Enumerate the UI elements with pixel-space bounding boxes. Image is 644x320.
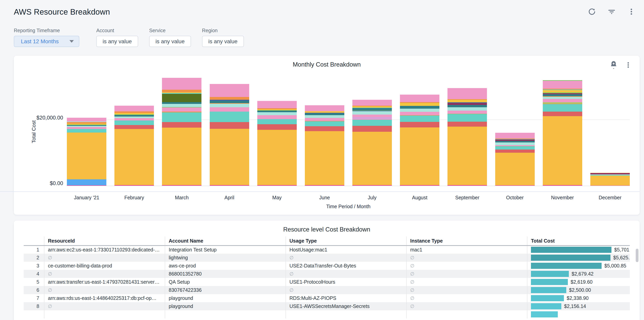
bar-segment [162, 104, 202, 107]
cell-total-cost: $5,701.99 [527, 245, 630, 254]
bar-segment [400, 127, 440, 185]
plot-region: $20,000.00 $0.00 January '21FebruaryMarc… [34, 77, 630, 209]
null-value-icon: ∅ [410, 295, 414, 301]
cost-value: $2,156.14 [564, 303, 586, 309]
column-header-account-name[interactable]: Account Name [165, 236, 286, 245]
bar-segment [162, 90, 202, 92]
bar-june[interactable] [305, 77, 344, 186]
alert-bell-button[interactable] [609, 61, 618, 70]
chart-title: Monthly Cost Breakdown [24, 61, 630, 68]
filter-button[interactable] [607, 7, 616, 17]
bar-segment [210, 107, 249, 112]
x-tick-9: September [448, 195, 487, 200]
x-tick-8: August [400, 195, 440, 200]
row-number: 4 [24, 270, 44, 278]
filter-reporting-timeframe: Reporting Timeframe Last 12 Months [14, 28, 79, 47]
bar-segment [114, 115, 154, 117]
x-axis-label: Time Period / Month [67, 204, 630, 209]
bar-segment [257, 124, 297, 130]
row-number: 1 [24, 245, 44, 254]
x-tick-2: February [114, 195, 154, 200]
bar-march[interactable] [162, 77, 202, 186]
cost-data-bar [531, 247, 612, 253]
column-header-resource-id[interactable]: ResourceId [44, 236, 165, 245]
bar-segment [210, 84, 249, 97]
reporting-timeframe-value: Last 12 Months [21, 38, 58, 45]
table-row: 4∅868001352780∅∅$2,679.42 [24, 270, 630, 278]
account-filter-value: is any value [102, 38, 132, 45]
bar-segment [400, 116, 440, 122]
x-tick-6: June [305, 195, 344, 200]
bar-december[interactable] [590, 77, 630, 186]
bar-november[interactable] [543, 77, 582, 186]
bar-segment [495, 153, 535, 185]
bar-segment [590, 173, 630, 174]
bar-segment [543, 81, 582, 89]
bar-segment [257, 112, 297, 115]
refresh-button[interactable] [587, 7, 597, 17]
null-value-icon: ∅ [48, 287, 52, 293]
refresh-icon [588, 8, 596, 17]
dashboard-toolbar [587, 7, 640, 17]
column-header-instance-type[interactable]: Instance Type [406, 236, 527, 245]
bar-segment [67, 133, 106, 179]
account-filter-button[interactable]: is any value [96, 36, 138, 47]
bar-segment [162, 112, 202, 122]
cell-usage-type: USE1-AWSSecretsManager-Secrets [286, 302, 406, 310]
y-tick-20000: $20,000.00 [34, 115, 63, 121]
filter-label: Region [202, 28, 244, 33]
bar-segment [543, 112, 582, 116]
bar-segment [114, 125, 154, 129]
bar-segment [305, 105, 344, 111]
table-scrollbar-thumb[interactable] [636, 249, 638, 262]
column-header-usage-type[interactable]: Usage Type [286, 236, 406, 245]
table-title: Resource level Cost Breakdown [24, 226, 630, 233]
bar-segment [495, 146, 535, 150]
cell-instance-type: ∅ [406, 294, 527, 302]
bar-segment [590, 185, 630, 186]
page-header: AWS Resource Breakdown [14, 0, 640, 17]
bar-january-21[interactable] [67, 77, 106, 186]
bar-july[interactable] [352, 77, 392, 186]
bar-segment [495, 133, 535, 138]
null-value-icon: ∅ [290, 271, 294, 276]
cell-total-cost: $2,500.00 [527, 286, 630, 294]
dashboard-page: AWS Resource Breakdown Reporting Timefra [0, 0, 644, 320]
bar-segment [400, 103, 440, 106]
bar-segment [495, 185, 535, 186]
chart-more-button[interactable] [624, 61, 633, 70]
column-header-total-cost[interactable]: Total Cost [527, 236, 630, 245]
null-value-icon: ∅ [410, 271, 414, 276]
filter-region: Region is any value [202, 28, 244, 47]
table-row: 8∅playgroundUSE1-AWSSecretsManager-Secre… [24, 302, 630, 310]
bar-segment [448, 127, 487, 185]
cost-value: $2,619.60 [570, 279, 592, 285]
bar-segment [162, 107, 202, 112]
bar-segment [352, 132, 392, 185]
bar-segment [495, 150, 535, 153]
service-filter-button[interactable]: is any value [149, 36, 191, 47]
bar-segment [400, 122, 440, 127]
table-row: 2∅lightwing∅∅$5,625.22 [24, 254, 630, 262]
x-tick-12: December [590, 195, 630, 200]
null-value-icon: ∅ [48, 255, 52, 260]
bar-august[interactable] [400, 77, 440, 186]
bar-segment [305, 121, 344, 126]
bar-february[interactable] [114, 77, 154, 186]
kebab-menu-icon [625, 62, 632, 69]
dashboard-more-button[interactable] [627, 7, 636, 17]
cell-account-name: aws-ce-prod [165, 262, 286, 270]
axis-divider [0, 191, 640, 192]
region-filter-button[interactable]: is any value [202, 36, 244, 47]
bar-september[interactable] [448, 77, 487, 186]
reporting-timeframe-select[interactable]: Last 12 Months [14, 36, 79, 47]
bar-may[interactable] [257, 77, 297, 186]
bar-segment [305, 111, 344, 113]
resource-cost-table: ResourceId Account Name Usage Type Insta… [24, 236, 630, 318]
bar-april[interactable] [210, 77, 249, 186]
cell-total-cost: $2,338.90 [527, 294, 630, 302]
bar-october[interactable] [495, 77, 535, 186]
bar-segment [305, 118, 344, 121]
x-tick-11: November [543, 195, 582, 200]
x-tick-3: March [162, 195, 202, 200]
